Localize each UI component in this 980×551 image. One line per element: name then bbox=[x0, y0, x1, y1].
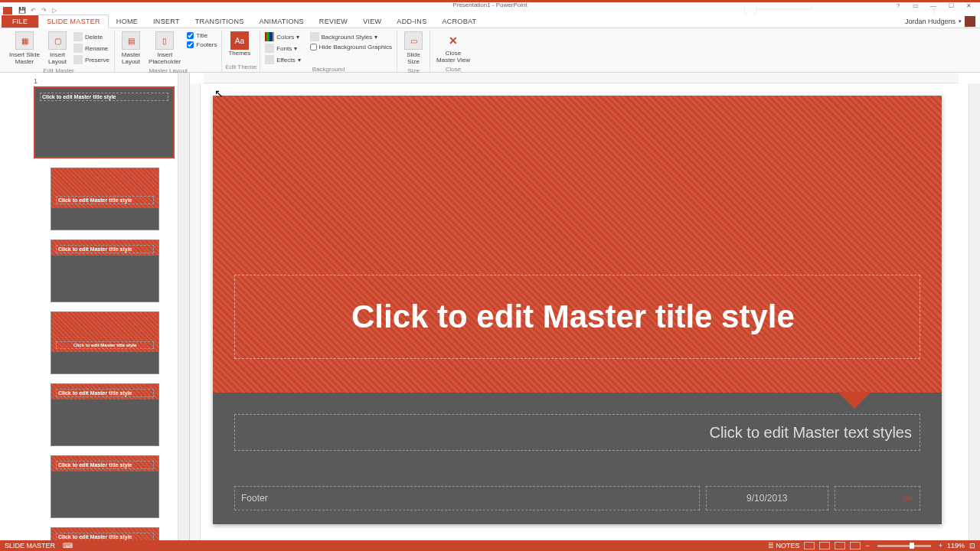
slideshow-view-button[interactable] bbox=[850, 542, 861, 549]
redo-icon[interactable]: ↷ bbox=[38, 7, 49, 15]
tab-transitions[interactable]: TRANSITIONS bbox=[188, 15, 252, 28]
slide-master-icon: ▦ bbox=[15, 31, 34, 50]
vertical-ruler bbox=[190, 83, 201, 540]
group-edit-master: ▦ Insert Slide Master ▢ Insert Layout De… bbox=[3, 30, 115, 72]
tab-view[interactable]: VIEW bbox=[355, 15, 389, 28]
zoom-level[interactable]: 119% bbox=[947, 542, 965, 549]
themes-button[interactable]: Aa Themes bbox=[225, 30, 253, 63]
insert-placeholder-button[interactable]: ▯ Insert Placeholder bbox=[145, 30, 184, 67]
rename-button[interactable]: Rename bbox=[72, 43, 111, 54]
slide-canvas[interactable]: Click to edit Master title style Click t… bbox=[213, 96, 942, 524]
group-label-edit-theme: Edit Theme bbox=[225, 63, 256, 72]
colors-button[interactable]: Colors▾ bbox=[263, 31, 302, 42]
notes-button[interactable]: ≣ NOTES bbox=[768, 542, 800, 549]
layout-icon: ▢ bbox=[48, 31, 67, 50]
slide-editor: Click to edit Master title style Click t… bbox=[190, 73, 980, 540]
close-icon bbox=[444, 31, 462, 50]
powerpoint-icon bbox=[3, 7, 12, 15]
thumbnail-scrollbar[interactable] bbox=[178, 73, 189, 540]
ribbon: ▦ Insert Slide Master ▢ Insert Layout De… bbox=[0, 28, 980, 73]
preserve-button[interactable]: Preserve bbox=[72, 54, 111, 65]
fonts-button[interactable]: Fonts▾ bbox=[263, 43, 302, 54]
ribbon-tabs: FILE SLIDE MASTER HOME INSERT TRANSITION… bbox=[0, 15, 980, 28]
delete-icon bbox=[74, 32, 83, 41]
date-placeholder[interactable]: 9/10/2013 bbox=[706, 486, 828, 510]
close-window-button[interactable]: ✕ bbox=[960, 2, 977, 9]
group-edit-theme: Aa Themes Edit Theme bbox=[222, 30, 260, 72]
hide-bg-checkbox[interactable]: Hide Background Graphics bbox=[309, 43, 394, 51]
slide-list[interactable]: 1 Click to edit Master title style Click… bbox=[31, 73, 178, 540]
slide-gray-region: Click to edit Master text styles Footer … bbox=[213, 393, 942, 524]
tab-addins[interactable]: ADD-INS bbox=[389, 15, 434, 28]
zoom-in-button[interactable]: + bbox=[939, 542, 942, 549]
maximize-button[interactable]: ☐ bbox=[942, 2, 959, 9]
layout-thumbnail-2[interactable]: Click to edit Master title style bbox=[51, 240, 159, 302]
slide-number-placeholder[interactable]: ‹#› bbox=[835, 486, 920, 510]
tab-file[interactable]: FILE bbox=[2, 15, 38, 28]
group-size: ▭ Slide Size Size bbox=[397, 30, 430, 72]
placeholder-icon: ▯ bbox=[155, 31, 174, 50]
tab-acrobat[interactable]: ACROBAT bbox=[434, 15, 484, 28]
zoom-slider[interactable] bbox=[877, 545, 931, 547]
reading-view-button[interactable] bbox=[835, 542, 845, 549]
normal-view-button[interactable] bbox=[804, 542, 815, 549]
rename-icon bbox=[74, 44, 83, 53]
footers-checkbox[interactable]: Footers bbox=[185, 41, 218, 49]
minimize-button[interactable]: — bbox=[925, 2, 942, 9]
start-slideshow-icon[interactable]: ▷ bbox=[49, 7, 60, 15]
help-icon[interactable]: ? bbox=[890, 2, 906, 9]
sorter-view-button[interactable] bbox=[819, 542, 830, 549]
status-bar: SLIDE MASTER ⌨ ≣ NOTES − + 119% ⊡ bbox=[0, 540, 980, 551]
window-title: Presentation1 - PowerPoint bbox=[452, 2, 527, 8]
subtitle-text: Click to edit Master text styles bbox=[709, 424, 912, 442]
zoom-out-button[interactable]: − bbox=[865, 542, 869, 549]
ribbon-display-icon[interactable]: ▭ bbox=[907, 2, 924, 9]
footer-placeholder[interactable]: Footer bbox=[234, 486, 700, 510]
preserve-icon bbox=[74, 55, 83, 64]
title-placeholder[interactable]: Click to edit Master title style bbox=[234, 275, 920, 359]
horizontal-ruler bbox=[204, 73, 959, 83]
undo-icon[interactable]: ↶ bbox=[28, 7, 38, 15]
close-master-view-button[interactable]: Close Master View bbox=[433, 30, 473, 65]
layout-thumbnail-1[interactable]: Click to edit Master title style bbox=[51, 168, 159, 230]
title-bar: Presentation1 - PowerPoint ? ▭ — ☐ ✕ bbox=[0, 0, 980, 7]
tab-insert[interactable]: INSERT bbox=[145, 15, 188, 28]
tab-review[interactable]: REVIEW bbox=[312, 15, 355, 28]
bg-styles-icon bbox=[310, 32, 319, 41]
background-styles-button[interactable]: Background Styles▾ bbox=[309, 31, 394, 42]
avatar bbox=[965, 16, 975, 27]
main-area: 1 Click to edit Master title style Click… bbox=[0, 73, 980, 540]
master-layout-button[interactable]: ▤ Master Layout bbox=[118, 30, 144, 67]
status-lang-icon[interactable]: ⌨ bbox=[63, 542, 73, 549]
group-close: Close Master View Close bbox=[430, 30, 476, 72]
layout-thumbnail-4[interactable]: Click to edit Master title style bbox=[51, 383, 159, 446]
layout-thumbnail-5[interactable]: Click to edit Master title style bbox=[51, 455, 159, 518]
slide-number: 1 bbox=[34, 77, 175, 85]
themes-icon: Aa bbox=[230, 31, 249, 50]
delete-button[interactable]: Delete bbox=[72, 31, 111, 42]
master-thumbnail[interactable]: Click to edit Master title style bbox=[34, 86, 175, 158]
subtitle-placeholder[interactable]: Click to edit Master text styles bbox=[234, 414, 920, 451]
layout-thumbnail-3[interactable]: Click to edit Master title style bbox=[51, 311, 159, 374]
tab-home[interactable]: HOME bbox=[109, 15, 145, 28]
title-checkbox[interactable]: Title bbox=[185, 31, 218, 40]
insert-slide-master-button[interactable]: ▦ Insert Slide Master bbox=[6, 30, 43, 67]
user-name: Jordan Hudgens bbox=[905, 18, 956, 25]
slide-size-icon: ▭ bbox=[404, 31, 423, 50]
master-layout-icon: ▤ bbox=[122, 31, 140, 50]
footer-row: Footer 9/10/2013 ‹#› bbox=[234, 486, 920, 510]
tab-slide-master[interactable]: SLIDE MASTER bbox=[38, 15, 109, 28]
slide-size-button[interactable]: ▭ Slide Size bbox=[400, 30, 426, 67]
fonts-icon bbox=[265, 44, 274, 53]
layout-thumbnail-6[interactable]: Click to edit Master title style bbox=[51, 527, 159, 540]
effects-icon bbox=[265, 55, 274, 64]
effects-button[interactable]: Effects▾ bbox=[263, 54, 302, 65]
editor-scrollbar[interactable] bbox=[969, 83, 980, 540]
pointer-shape bbox=[838, 392, 871, 409]
save-icon[interactable]: 💾 bbox=[17, 7, 28, 15]
tab-animations[interactable]: ANIMATIONS bbox=[252, 15, 312, 28]
zoom-handle[interactable] bbox=[910, 543, 914, 549]
fit-to-window-button[interactable]: ⊡ bbox=[969, 542, 975, 549]
user-account[interactable]: Jordan Hudgens ▾ bbox=[905, 16, 975, 27]
insert-layout-button[interactable]: ▢ Insert Layout bbox=[44, 30, 70, 67]
